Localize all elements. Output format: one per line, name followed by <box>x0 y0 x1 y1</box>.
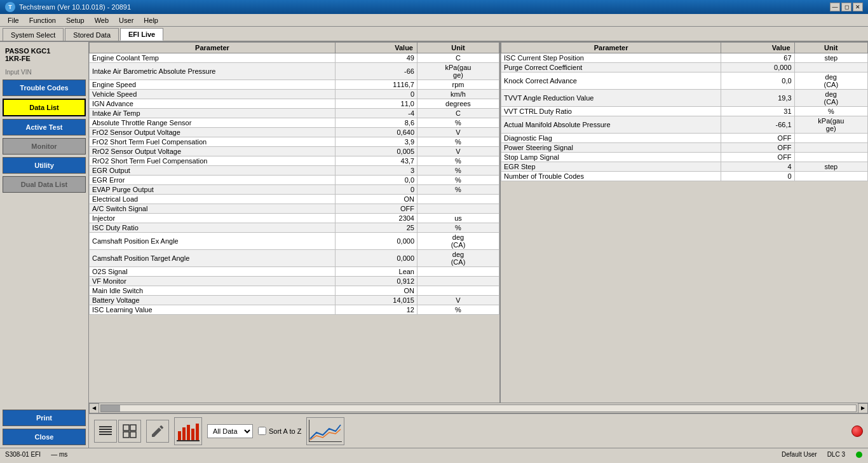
sort-label[interactable]: Sort A to Z <box>269 427 301 435</box>
svg-rect-12 <box>196 424 199 440</box>
scrollbar-track[interactable] <box>100 404 857 412</box>
menu-setup[interactable]: Setup <box>61 15 90 25</box>
app-title: Techstream (Ver 10.10.018) - 20891 <box>19 3 131 11</box>
left-unit-cell: degrees <box>417 99 499 109</box>
left-table-wrapper[interactable]: Parameter Value Unit Engine Coolant Temp… <box>89 42 499 403</box>
left-param-cell: EGR Output <box>90 166 336 176</box>
dual-data-list-button[interactable]: Dual Data List <box>3 176 86 193</box>
right-header-value: Value <box>721 43 794 53</box>
left-param-cell: Battery Voltage <box>90 296 336 305</box>
tab-system-select[interactable]: System Select <box>3 28 64 41</box>
right-param-cell: EGR Step <box>501 162 721 172</box>
data-filter-dropdown[interactable]: All Data Option 1 Option 2 <box>207 424 253 438</box>
left-unit-cell: % <box>417 305 499 315</box>
record-button[interactable] <box>174 417 202 445</box>
print-button[interactable]: Print <box>3 410 86 426</box>
left-value-cell: 0,912 <box>336 277 417 286</box>
chart-button[interactable] <box>306 417 344 445</box>
menu-function[interactable]: Function <box>24 15 61 25</box>
data-list-button[interactable]: Data List <box>3 99 86 116</box>
scrollbar-thumb[interactable] <box>101 405 120 411</box>
svg-rect-0 <box>99 426 112 427</box>
left-value-cell: 0,000 <box>336 233 417 250</box>
left-value-cell: 49 <box>336 53 417 63</box>
left-table-row: Intake Air Barometric Absolute Pressure-… <box>90 63 499 80</box>
left-param-cell: RrO2 Short Term Fuel Compensation <box>90 156 336 166</box>
left-param-cell: VF Monitor <box>90 277 336 286</box>
close-button-sidebar[interactable]: Close <box>3 429 86 445</box>
right-unit-cell: deg(CA) <box>794 90 867 107</box>
list-view-icon <box>98 424 113 439</box>
grid-view-button[interactable] <box>118 420 141 443</box>
edit-button[interactable] <box>146 420 169 443</box>
right-table-row: Actual Manifold Absolute Pressure-66,1kP… <box>501 116 868 134</box>
tab-stored-data[interactable]: Stored Data <box>65 28 119 41</box>
right-param-cell: Purge Correct Coefficient <box>501 63 721 73</box>
menu-web[interactable]: Web <box>90 15 114 25</box>
right-param-cell: TVVT Angle Reduction Value <box>501 90 721 107</box>
left-param-cell: Engine Coolant Temp <box>90 53 336 63</box>
right-value-cell: 4 <box>721 162 794 172</box>
left-value-cell: 0,005 <box>336 147 417 156</box>
minimize-button[interactable]: — <box>830 3 840 11</box>
left-unit-cell <box>417 195 499 204</box>
menu-file[interactable]: File <box>3 15 24 25</box>
left-value-cell: Lean <box>336 267 417 277</box>
right-table-row: Purge Correct Coefficient0,000 <box>501 63 868 73</box>
status-dlc: DLC 3 <box>827 451 845 458</box>
left-table-row: O2S SignalLean <box>90 267 499 277</box>
svg-rect-2 <box>99 431 112 432</box>
left-value-cell: 1116,7 <box>336 80 417 90</box>
right-table-row: VVT CTRL Duty Ratio31% <box>501 107 868 116</box>
left-table-row: ISC Duty Ratio25% <box>90 223 499 233</box>
right-param-cell: ISC Current Step Position <box>501 53 721 63</box>
left-table-row: EGR Output3% <box>90 166 499 176</box>
right-table-wrapper[interactable]: Parameter Value Unit ISC Current Step Po… <box>499 42 868 403</box>
chart-icon <box>309 420 342 443</box>
left-param-cell: ISC Duty Ratio <box>90 223 336 233</box>
horizontal-scrollbar[interactable]: ◀ ▶ <box>89 403 868 413</box>
left-value-cell: 11,0 <box>336 99 417 109</box>
right-param-cell: Power Steering Signal <box>501 143 721 153</box>
monitor-button[interactable]: Monitor <box>3 138 86 155</box>
right-table-row: TVVT Angle Reduction Value19,3deg(CA) <box>501 90 868 107</box>
left-table-row: VF Monitor0,912 <box>90 277 499 286</box>
svg-rect-14 <box>309 441 342 442</box>
utility-button[interactable]: Utility <box>3 157 86 174</box>
app-icon: T <box>5 2 15 12</box>
svg-rect-3 <box>99 434 112 435</box>
left-value-cell: OFF <box>336 204 417 214</box>
svg-rect-8 <box>178 431 181 440</box>
left-table-row: Absolute Throttle Range Sensor8,6% <box>90 118 499 128</box>
left-unit-cell: V <box>417 296 499 305</box>
sort-checkbox[interactable] <box>258 427 266 435</box>
left-param-cell: FrO2 Sensor Output Voltage <box>90 128 336 137</box>
left-value-cell: 0,640 <box>336 128 417 137</box>
sort-area: Sort A to Z <box>258 427 301 435</box>
menu-user[interactable]: User <box>114 15 139 25</box>
close-button[interactable]: ✕ <box>853 3 863 11</box>
right-unit-cell <box>794 153 867 162</box>
left-param-cell: Engine Speed <box>90 80 336 90</box>
right-header-parameter: Parameter <box>501 43 721 53</box>
menu-help[interactable]: Help <box>139 15 163 25</box>
right-value-cell: OFF <box>721 143 794 153</box>
left-value-cell: 0 <box>336 90 417 99</box>
status-bar: S308-01 EFI — ms Default User DLC 3 <box>0 448 868 460</box>
scroll-left-arrow[interactable]: ◀ <box>89 403 99 413</box>
scroll-right-arrow[interactable]: ▶ <box>858 403 868 413</box>
trouble-codes-button[interactable]: Trouble Codes <box>3 79 86 96</box>
tab-efi-live[interactable]: EFI Live <box>120 28 163 41</box>
status-right-area: Default User DLC 3 <box>782 451 863 459</box>
tab-bar: System Select Stored Data EFI Live <box>0 27 868 42</box>
left-unit-cell: km/h <box>417 90 499 99</box>
list-view-button[interactable] <box>94 420 117 443</box>
left-unit-cell: C <box>417 109 499 118</box>
active-test-button[interactable]: Active Test <box>3 119 86 135</box>
left-value-cell: 2304 <box>336 214 417 223</box>
left-value-cell: 43,7 <box>336 156 417 166</box>
left-value-cell: 3,9 <box>336 137 417 147</box>
restore-button[interactable]: ◻ <box>841 3 851 11</box>
right-param-cell: Knock Correct Advance <box>501 73 721 90</box>
left-header-unit: Unit <box>417 43 499 53</box>
